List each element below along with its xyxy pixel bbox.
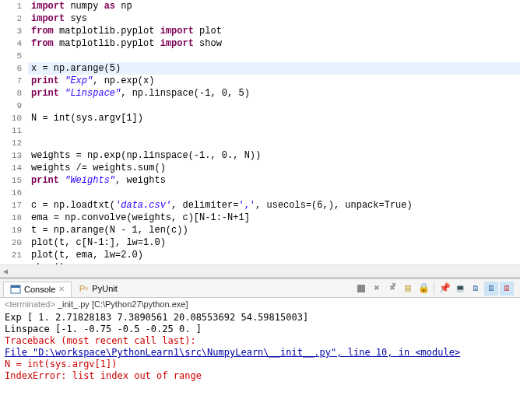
line-number: 18: [0, 212, 28, 224]
console-toolbar: ✖ ✖✖ ▤ 🔒 📌 💻 🗎 🗏 🗏: [354, 282, 517, 296]
line-number: 12: [0, 137, 28, 149]
launch-label: _init_.py [C:\Python27\python.exe]: [58, 299, 188, 309]
code-editor[interactable]: 1import numpy as np2import sys3from matp…: [0, 0, 520, 264]
lock-icon: 🔒: [418, 282, 430, 294]
line-content[interactable]: [28, 137, 520, 149]
clear-console-button[interactable]: ▤: [401, 282, 415, 296]
line-content[interactable]: x = np.arange(5): [28, 62, 520, 75]
code-line[interactable]: 12: [0, 137, 520, 149]
line-content[interactable]: [28, 187, 520, 199]
console-header: <terminated> _init_.py [C:\Python27\pyth…: [0, 298, 520, 310]
double-x-icon: ✖✖: [389, 282, 395, 294]
stop-icon: [357, 285, 365, 292]
code-line[interactable]: 1import numpy as np: [0, 0, 520, 12]
line-content[interactable]: weights /= weights.sum(): [28, 162, 520, 174]
line-number: 20: [0, 236, 28, 249]
traceback-head: Traceback (most recent call last):: [5, 335, 515, 347]
code-line[interactable]: 14weights /= weights.sum(): [0, 162, 520, 174]
traceback-file-link[interactable]: File "D:\workspace\PythonLearn1\src\Nump…: [5, 347, 515, 359]
code-line[interactable]: 4from matplotlib.pyplot import show: [0, 37, 520, 50]
terminated-label: <terminated>: [5, 299, 55, 309]
tab-console[interactable]: Console ✕: [3, 282, 72, 297]
tab-console-label: Console: [24, 285, 55, 294]
display-console-button[interactable]: 💻: [453, 282, 467, 296]
code-line[interactable]: 11: [0, 124, 520, 137]
scroll-lock-button[interactable]: 🔒: [416, 282, 430, 296]
pin-console-button[interactable]: 📌: [437, 282, 451, 296]
line-number: 17: [0, 199, 28, 212]
line-content[interactable]: [28, 100, 520, 112]
line-number: 7: [0, 75, 28, 87]
line-number: 16: [0, 187, 28, 199]
line-number: 11: [0, 124, 28, 137]
open-console-button[interactable]: 🗎: [469, 282, 483, 296]
line-content[interactable]: print "Exp", np.exp(x): [28, 75, 520, 87]
line-content[interactable]: import numpy as np: [28, 0, 520, 12]
svg-rect-1: [11, 285, 20, 288]
code-line[interactable]: 17c = np.loadtxt('data.csv', delimiter='…: [0, 199, 520, 212]
code-line[interactable]: 19t = np.arange(N - 1, len(c)): [0, 224, 520, 236]
line-content[interactable]: weights = np.exp(np.linspace(-1., 0., N)…: [28, 149, 520, 162]
line-content[interactable]: from matplotlib.pyplot import show: [28, 37, 520, 50]
line-number: 5: [0, 50, 28, 62]
code-line[interactable]: 18ema = np.convolve(weights, c)[N-1:-N+1…: [0, 212, 520, 224]
code-line[interactable]: 16: [0, 187, 520, 199]
show-console-button[interactable]: 🗏: [484, 282, 498, 296]
line-number: 10: [0, 112, 28, 124]
open-icon: 🗎: [472, 284, 480, 293]
show-err-button[interactable]: 🗏: [500, 282, 514, 296]
code-line[interactable]: 8print "Linspace", np.linspace(-1, 0, 5): [0, 87, 520, 100]
line-number: 19: [0, 224, 28, 236]
tab-close-icon[interactable]: ✕: [58, 285, 65, 293]
editor-horizontal-scrollbar[interactable]: ◀: [0, 264, 520, 277]
line-number: 6: [0, 62, 28, 75]
line-content[interactable]: plot(t, c[N-1:], lw=1.0): [28, 236, 520, 249]
scroll-left-icon: ◀: [3, 267, 8, 276]
remove-all-launches-button[interactable]: ✖✖: [385, 282, 399, 296]
pin-icon: 📌: [439, 282, 451, 294]
line-number: 13: [0, 149, 28, 162]
code-line[interactable]: 3from matplotlib.pyplot import plot: [0, 25, 520, 37]
output-line: Exp [ 1. 2.71828183 7.3890561 20.0855369…: [5, 312, 515, 324]
tab-pyunit-label: PyUnit: [92, 284, 117, 293]
line-content[interactable]: c = np.loadtxt('data.csv', delimiter=','…: [28, 199, 520, 212]
code-line[interactable]: 2import sys: [0, 12, 520, 25]
line-content[interactable]: import sys: [28, 12, 520, 25]
code-line[interactable]: 5: [0, 50, 520, 62]
line-number: 15: [0, 174, 28, 187]
code-line[interactable]: 20plot(t, c[N-1:], lw=1.0): [0, 236, 520, 249]
line-content[interactable]: plot(t, ema, lw=2.0): [28, 249, 520, 261]
output-line: Linspace [-1. -0.75 -0.5 -0.25 0. ]: [5, 324, 515, 335]
line-content[interactable]: [28, 50, 520, 62]
code-line[interactable]: 7print "Exp", np.exp(x): [0, 75, 520, 87]
line-content[interactable]: [28, 124, 520, 137]
line-number: 2: [0, 12, 28, 25]
line-content[interactable]: print "Weights", weights: [28, 174, 520, 187]
console-tab-bar: Console ✕ Pu PyUnit ✖ ✖✖ ▤ 🔒 📌 💻 🗎 🗏 🗏: [0, 279, 520, 298]
line-content[interactable]: from matplotlib.pyplot import plot: [28, 25, 520, 37]
line-number: 9: [0, 100, 28, 112]
console-output[interactable]: Exp [ 1. 2.71828183 7.3890561 20.0855369…: [0, 310, 520, 420]
terminate-button[interactable]: [354, 282, 368, 296]
console-panel: Console ✕ Pu PyUnit ✖ ✖✖ ▤ 🔒 📌 💻 🗎 🗏 🗏 <…: [0, 278, 520, 420]
code-line[interactable]: 15print "Weights", weights: [0, 174, 520, 187]
traceback-code: N = int(sys.argv[1]): [5, 359, 515, 370]
line-number: 4: [0, 37, 28, 50]
clear-icon: ▤: [405, 282, 410, 294]
line-content[interactable]: N = int(sys.argv[1]): [28, 112, 520, 124]
line-number: 1: [0, 0, 28, 12]
line-content[interactable]: print "Linspace", np.linspace(-1, 0, 5): [28, 87, 520, 100]
code-line[interactable]: 21plot(t, ema, lw=2.0): [0, 249, 520, 261]
remove-launch-button[interactable]: ✖: [370, 282, 384, 296]
line-number: 21: [0, 249, 28, 261]
line-number: 3: [0, 25, 28, 37]
tab-pyunit[interactable]: Pu PyUnit: [72, 282, 123, 296]
code-line[interactable]: 9: [0, 100, 520, 112]
code-line[interactable]: 13weights = np.exp(np.linspace(-1., 0., …: [0, 149, 520, 162]
code-line[interactable]: 6x = np.arange(5): [0, 62, 520, 75]
line-content[interactable]: ema = np.convolve(weights, c)[N-1:-N+1]: [28, 212, 520, 224]
line-number: 14: [0, 162, 28, 174]
show-out-icon: 🗏: [487, 284, 495, 293]
code-line[interactable]: 10N = int(sys.argv[1]): [0, 112, 520, 124]
line-content[interactable]: t = np.arange(N - 1, len(c)): [28, 224, 520, 236]
